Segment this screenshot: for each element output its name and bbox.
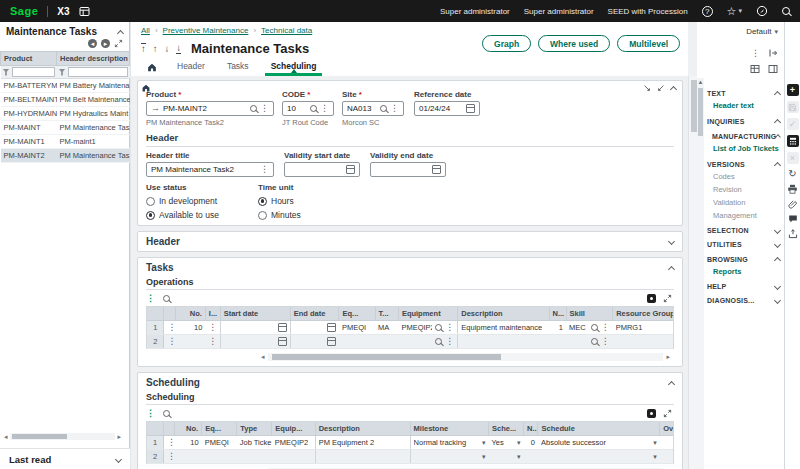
site-input[interactable] — [347, 104, 377, 113]
calendar-icon[interactable] — [466, 104, 475, 113]
next-page-icon[interactable]: ▸ — [101, 39, 110, 48]
export-icon[interactable] — [788, 229, 798, 239]
scrollbar-thumb[interactable] — [12, 434, 67, 439]
list-item[interactable]: PM-MAINT1PM-maint1 — [1, 135, 130, 149]
col-n[interactable]: N... — [549, 307, 566, 321]
graph-button[interactable]: Graph — [482, 35, 531, 52]
open-panel-icon[interactable] — [768, 48, 778, 58]
col-description[interactable]: Description — [315, 422, 410, 436]
environment-label[interactable]: SEED with Procession — [608, 7, 688, 16]
multilevel-button[interactable]: Multilevel — [617, 35, 680, 52]
lookup-search-icon[interactable] — [591, 338, 598, 345]
field-more-icon[interactable]: ⋮ — [320, 104, 329, 113]
code-input[interactable] — [287, 104, 307, 113]
row-menu-icon[interactable]: ⋮ — [167, 336, 175, 346]
filter-funnel-icon[interactable] — [3, 69, 10, 76]
first-record-icon[interactable]: ↑ — [141, 43, 146, 54]
more-actions-icon[interactable]: ⋮ — [751, 49, 760, 58]
tab-home[interactable] — [139, 60, 165, 76]
table-search-icon[interactable] — [163, 410, 170, 417]
table-actions-badge-icon[interactable] — [647, 294, 656, 303]
view-selector[interactable]: Default ▾ — [746, 27, 778, 36]
tab-header[interactable]: Header — [167, 58, 215, 76]
link-header-text[interactable]: Header text — [713, 101, 780, 110]
section-diagnosis[interactable]: DIAGNOSIS... — [707, 297, 780, 304]
filter-funnel-icon[interactable] — [59, 69, 66, 76]
calendar-icon[interactable] — [432, 165, 441, 174]
expand-panel-icon[interactable] — [114, 39, 123, 48]
field-more-icon[interactable]: ⋮ — [390, 104, 399, 113]
scroll-right-icon[interactable]: ▸ — [117, 433, 121, 441]
where-used-button[interactable]: Where used — [538, 35, 610, 52]
link-codes[interactable]: Codes — [713, 172, 780, 181]
link-list-of-job-tickets[interactable]: List of Job Tickets — [713, 144, 780, 153]
lookup-search-icon[interactable] — [435, 324, 442, 331]
product-name[interactable]: X3 — [57, 6, 69, 17]
list-item[interactable]: PM-MAINTPM Maintenance Tas — [1, 121, 130, 135]
calculator-button[interactable] — [787, 135, 799, 147]
field-more-icon[interactable]: ⋮ — [601, 337, 610, 346]
radio-hours[interactable] — [258, 197, 267, 206]
product-input[interactable] — [163, 104, 247, 113]
col-resource-group[interactable]: Resource Group — [613, 307, 674, 321]
calendar-icon[interactable] — [327, 323, 336, 332]
chevron-down-icon[interactable] — [774, 297, 781, 304]
col-equip[interactable]: Equip... — [272, 422, 315, 436]
col-i[interactable]: I... — [205, 307, 220, 321]
list-item[interactable]: PM-HYDRMAINTPM Hydraulics Maint — [1, 107, 130, 121]
dropdown-caret-icon[interactable]: ▾ — [653, 453, 657, 461]
col-overlap[interactable]: Overlap... — [660, 422, 674, 436]
list-item[interactable]: PM-BATTERYMAINTPM Battery Maintena — [1, 79, 130, 93]
product-filter-input[interactable] — [12, 67, 55, 77]
validity-start-input[interactable] — [289, 165, 343, 174]
scrollbar-thumb[interactable] — [272, 354, 502, 360]
section-help[interactable]: HELP — [707, 283, 780, 290]
dropdown-caret-icon[interactable]: ▾ — [517, 453, 521, 461]
validity-end-input[interactable] — [375, 165, 429, 174]
row-menu-icon[interactable]: ⋮ — [167, 322, 175, 332]
header-title-input[interactable] — [151, 165, 257, 174]
link-management[interactable]: Management — [713, 211, 780, 220]
breadcrumb-link-preventive-maintenance[interactable]: Preventive Maintenance — [163, 26, 249, 35]
col-eq[interactable]: Eq... — [202, 422, 237, 436]
section-versions[interactable]: VERSIONS — [707, 160, 780, 168]
section-text[interactable]: TEXT — [707, 89, 780, 97]
col-milestone[interactable]: Milestone — [410, 422, 488, 436]
link-validation[interactable]: Validation — [713, 198, 780, 207]
collapse-scheduling-panel-icon[interactable] — [668, 380, 675, 387]
operations-row[interactable]: 1 ⋮ 10 ⋮ PMEQI MA PMEQIP2⋮ Equipment mai… — [147, 321, 674, 335]
product-column-header[interactable]: Product — [1, 52, 57, 66]
lookup-search-icon[interactable] — [380, 105, 387, 112]
apps-grid-icon[interactable] — [79, 6, 90, 17]
tab-tasks[interactable]: Tasks — [217, 58, 259, 76]
link-reports[interactable]: Reports — [713, 267, 780, 276]
chevron-down-icon[interactable] — [774, 283, 781, 290]
new-record-button[interactable]: + — [787, 84, 799, 96]
favorites-caret-icon[interactable]: ▾ — [738, 7, 742, 15]
table-actions-badge-icon[interactable] — [647, 409, 656, 418]
refresh-icon[interactable]: ↻ — [788, 169, 796, 179]
col-type[interactable]: Type — [237, 422, 272, 436]
breadcrumb-link-technical-data[interactable]: Technical data — [261, 26, 312, 35]
row-menu-icon[interactable]: ⋮ — [208, 322, 217, 332]
breadcrumb-link-all[interactable]: All — [141, 26, 150, 35]
dropdown-caret-icon[interactable]: ▾ — [653, 439, 657, 447]
list-item[interactable]: PM-BELTMAINTPM Belt Maintenance — [1, 93, 130, 107]
operations-row[interactable]: 2 ⋮ ⋮ ⋮ ⋮ — [147, 335, 674, 349]
table-expand-icon[interactable] — [663, 294, 672, 303]
favorites-star-icon[interactable]: ☆▾ — [727, 5, 742, 18]
list-item-selected[interactable]: PM-MAINT2PM Maintenance Tas — [1, 149, 130, 163]
table-search-icon[interactable] — [163, 295, 170, 302]
field-more-icon[interactable]: ⋮ — [260, 165, 269, 174]
next-record-icon[interactable]: ↓ — [165, 44, 170, 54]
scroll-right-icon[interactable]: ▸ — [666, 353, 670, 361]
right-panel-scrollbar[interactable]: ▲ — [697, 78, 704, 469]
chevron-down-icon[interactable] — [774, 241, 781, 248]
section-utilities[interactable]: UTILITIES — [707, 241, 780, 248]
col-no[interactable]: No. — [175, 422, 202, 436]
sage-logo[interactable]: Sage — [10, 5, 38, 17]
chevron-up-icon[interactable] — [774, 162, 781, 169]
radio-in-development[interactable] — [146, 197, 155, 206]
goto-arrow-icon[interactable]: → — [151, 104, 160, 113]
field-more-icon[interactable]: ⋮ — [445, 337, 454, 346]
